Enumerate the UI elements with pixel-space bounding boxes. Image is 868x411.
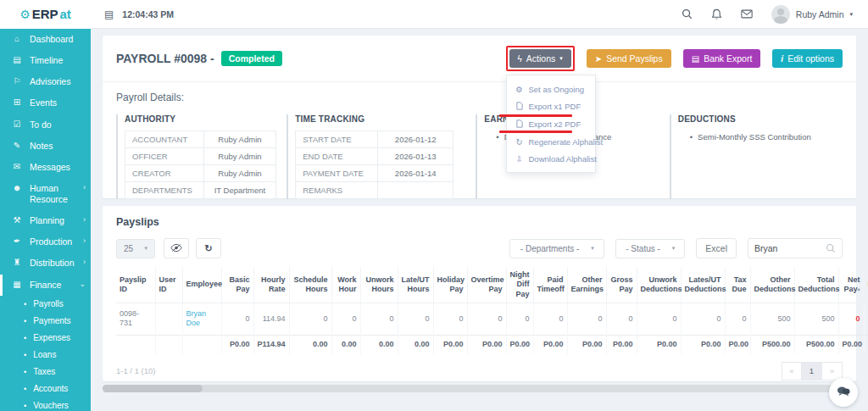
sidebar-label: Human Resource [30, 183, 81, 205]
sidebar-subitem-vouchers[interactable]: •Vouchers [0, 397, 91, 411]
cell-overtime-pay: 0 [467, 303, 506, 335]
sidebar-item-notes[interactable]: ✎Notes [0, 136, 91, 157]
sidebar-item-distribution[interactable]: ♜Distribution› [0, 253, 91, 274]
check-square-icon: ☑ [11, 119, 23, 131]
sidebar-item-messages[interactable]: ✉Messages [0, 157, 91, 178]
cell-payslip-id: 0098-731 [116, 303, 155, 335]
sidebar-item-events[interactable]: ⊞Events [0, 92, 91, 114]
menu-item-export-x1-pdf[interactable]: Export x1 PDF [507, 97, 595, 115]
user-menu[interactable]: Ruby Admin ▾ [771, 5, 853, 24]
sidebar-sublabel: Accounts [33, 384, 68, 393]
sidebar-item-production[interactable]: ✒Production› [0, 231, 91, 253]
column-header[interactable]: Unwork Hours [360, 267, 398, 303]
column-header[interactable]: User ID [155, 267, 182, 303]
column-header-net-pay[interactable]: Net Pay▾ [838, 267, 864, 303]
menu-item-set-as-ongoing[interactable]: ⚙Set as Ongoing [507, 81, 595, 97]
send-payslips-button[interactable]: ➤Send Payslips [587, 49, 671, 68]
chevron-right-icon: › [83, 215, 86, 225]
sidebar-label: To do [30, 119, 86, 131]
column-header[interactable]: Hourly Rate [253, 267, 289, 303]
bell-icon[interactable] [711, 8, 722, 20]
time-value: 2026-01-13 [377, 148, 453, 165]
sidebar-subitem-payments[interactable]: •Payments [0, 313, 91, 330]
advisories-icon: ⚐ [11, 76, 23, 87]
column-header[interactable]: Schedule Hours [289, 267, 331, 303]
page-number-button[interactable]: 1 [802, 362, 822, 380]
chat-bubbles-icon [837, 385, 850, 400]
column-header[interactable]: Paid Timeoff [533, 267, 567, 303]
column-header[interactable]: Overtime Pay [467, 267, 506, 303]
column-header[interactable]: Unwork Deductions [637, 267, 681, 303]
column-header[interactable]: Payslip ID [116, 267, 155, 303]
column-header[interactable]: Late/UT Hours [398, 267, 433, 303]
sidebar-item-finance[interactable]: ▦Finance⌄ [0, 275, 91, 296]
menu-item-download-alphalist[interactable]: ⇩Download Alphalist [507, 150, 595, 167]
page-prev-button[interactable]: « [782, 362, 802, 380]
actions-button[interactable]: ϟ Actions ▾ [509, 49, 571, 68]
column-header[interactable]: Lates/UT Deductions [681, 267, 725, 303]
column-header[interactable]: Night Diff Pay [506, 267, 533, 303]
sidebar-item-timeline[interactable]: ▤Timeline [0, 50, 91, 71]
actions-dropdown: ⚙Set as Ongoing Export x1 PDF Export x2 … [506, 75, 596, 173]
sidebar-subitem-taxes[interactable]: •Taxes [0, 364, 91, 380]
authority-label: OFFICER [125, 148, 204, 165]
sidebar-item-human-resource[interactable]: ☻Human Resource› [0, 178, 91, 210]
sidebar-sublabel: Expenses [33, 333, 70, 342]
refresh-button[interactable]: ↻ [196, 238, 221, 258]
time-tracking-section: TIME TRACKING START DATE2026-01-12 END D… [287, 114, 453, 199]
sidebar-subitem-payrolls[interactable]: •Payrolls [0, 296, 91, 313]
cell-schedule-hours: 0 [289, 303, 331, 335]
annotation-rect-actions: ϟ Actions ▾ ⚙Set as Ongoing Export x1 PD… [506, 46, 575, 71]
sidebar-subitem-accounts[interactable]: •Accounts [0, 380, 91, 397]
envelope-icon[interactable] [741, 9, 753, 19]
total-cell: P0.00 [681, 336, 725, 354]
employee-link[interactable]: Bryan Doe [186, 309, 207, 328]
user-name: Ruby Admin [796, 9, 844, 19]
sidebar: ⌂Dashboard ▤Timeline ⚐Advisories ⊞Events… [0, 29, 91, 411]
cell-employee: Bryan Doe [182, 303, 221, 335]
chevron-down-icon: ▾ [849, 11, 853, 18]
chevron-down-icon: ⌄ [79, 280, 86, 289]
pagination-info: 1-1 / 1 (10) [116, 366, 155, 375]
menu-list-icon[interactable]: ▤ [104, 8, 114, 20]
authority-value: Ruby Admin [203, 165, 276, 182]
edit-options-button[interactable]: iEdit options [772, 49, 843, 68]
app-logo[interactable]: ⚙ ERPat [0, 0, 91, 29]
bank-export-button[interactable]: ▤Bank Export [683, 49, 761, 68]
toggle-columns-button[interactable] [164, 238, 189, 258]
sidebar-item-todo[interactable]: ☑To do [0, 114, 91, 136]
horizontal-scrollbar[interactable] [103, 385, 856, 392]
file-pdf-icon [515, 119, 524, 130]
column-header[interactable]: Employee [182, 267, 221, 303]
sidebar-item-dashboard[interactable]: ⌂Dashboard [0, 29, 91, 50]
page-size-select[interactable]: 25▾ [116, 239, 155, 258]
search-input[interactable] [754, 243, 826, 253]
column-header[interactable]: Other Earnings [567, 267, 606, 303]
bullet-icon: • [24, 300, 26, 308]
departments-filter-select[interactable]: - Departments -▾ [509, 239, 604, 258]
sidebar-subitem-expenses[interactable]: •Expenses [0, 330, 91, 347]
bullet-icon: • [24, 317, 26, 325]
status-filter-select[interactable]: - Status -▾ [615, 239, 685, 258]
menu-item-regenerate-alphalist[interactable]: ↻Regenerate Alphalist [507, 133, 595, 150]
sidebar-item-advisories[interactable]: ⚐Advisories [0, 71, 91, 92]
excel-export-button[interactable]: Excel [696, 238, 737, 258]
column-header[interactable]: Total Deductions [794, 267, 838, 303]
column-header[interactable]: Other Deductions [750, 267, 794, 303]
total-cell: 0.00 [289, 336, 331, 354]
search-icon[interactable] [682, 8, 693, 19]
scrollbar-thumb[interactable] [103, 385, 203, 392]
column-header[interactable]: Work Hour [331, 267, 360, 303]
column-header[interactable]: Basic Pay [221, 267, 253, 303]
column-header[interactable]: Holiday Pay [433, 267, 467, 303]
sidebar-subitem-loans[interactable]: •Loans [0, 347, 91, 364]
search-icon[interactable] [826, 243, 836, 253]
column-header[interactable]: Tax Due [725, 267, 750, 303]
chat-button[interactable] [829, 378, 858, 407]
column-header[interactable]: Gross Pay [606, 267, 637, 303]
column-header[interactable]: Remarks [864, 267, 868, 303]
caret-down-icon: ▾ [591, 245, 594, 252]
sidebar-item-planning[interactable]: ⚒Planning› [0, 210, 91, 231]
total-cell: 0.00 [360, 336, 398, 354]
logo-text-at: at [60, 7, 71, 21]
